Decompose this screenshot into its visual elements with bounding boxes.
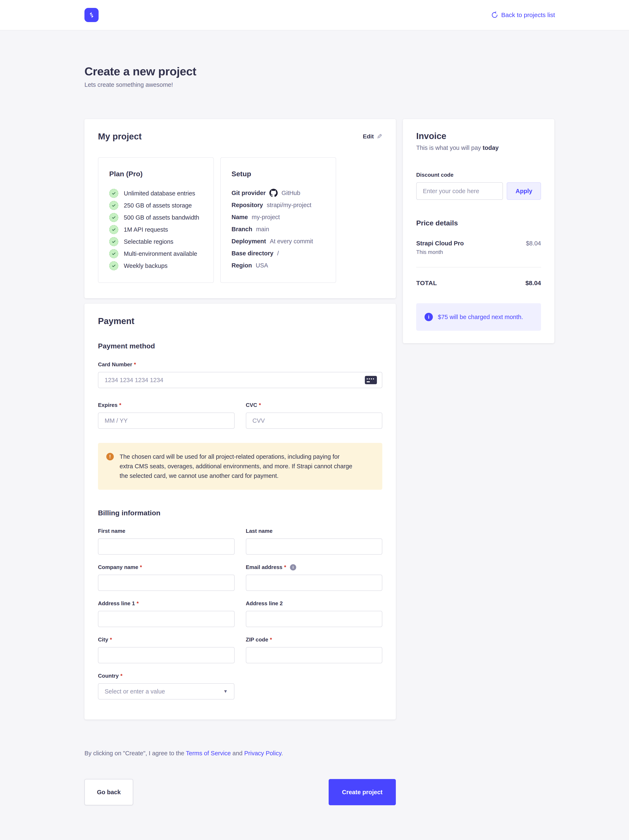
plan-feature: Weekly backups [109, 261, 203, 270]
text-input[interactable] [98, 647, 235, 663]
expires-label: Expires* [98, 402, 235, 408]
terms-text: By clicking on "Create", I agree to the … [84, 750, 396, 757]
privacy-policy-link[interactable]: Privacy Policy [244, 750, 281, 756]
strapi-logo-icon [87, 11, 96, 19]
setup-row: Base directory/ [232, 249, 325, 257]
discount-code-input[interactable] [416, 182, 503, 200]
apply-button[interactable]: Apply [507, 182, 541, 200]
strapi-logo[interactable] [84, 8, 99, 22]
page-title: Create a new project [84, 65, 629, 78]
credit-card-icon [365, 376, 377, 384]
setup-row-value: GitHub [281, 189, 300, 196]
invoice-card: Invoice This is what you will pay today … [403, 119, 554, 343]
setup-row: Namemy-project [232, 213, 325, 221]
info-icon: i [424, 313, 433, 321]
create-project-button[interactable]: Create project [329, 779, 396, 805]
expires-input[interactable] [98, 412, 235, 429]
check-icon [109, 189, 118, 198]
plan-feature-label: 1M API requests [124, 226, 168, 233]
card-usage-warning: ! The chosen card will be used for all p… [98, 443, 382, 490]
footer-buttons: Go back Create project [84, 779, 396, 805]
total-row: TOTAL $8.04 [416, 279, 541, 287]
billing-form-row: First nameLast name [98, 528, 382, 555]
invoice-divider [416, 267, 541, 267]
billing-field: Address line 1* [98, 600, 235, 627]
plan-title: Plan (Pro) [109, 170, 203, 178]
plan-feature-label: Selectable regions [124, 238, 173, 245]
cvc-input[interactable] [246, 412, 383, 429]
setup-row: Repositorystrapi/my-project [232, 201, 325, 209]
plan-feature: Selectable regions [109, 237, 203, 246]
plan-panel: Plan (Pro) Unlimited database entries250… [98, 157, 214, 283]
line-item-name: Strapi Cloud Pro [416, 240, 464, 247]
text-input[interactable] [246, 538, 383, 555]
billing-field: Last name [246, 528, 383, 555]
setup-row-value: main [256, 226, 269, 233]
required-asterisk: * [120, 673, 123, 679]
check-icon [109, 249, 118, 258]
discount-code-label: Discount code [416, 172, 541, 178]
setup-row-value: / [277, 250, 279, 257]
billing-form-row: City*ZIP code* [98, 636, 382, 663]
text-input[interactable] [98, 575, 235, 591]
billing-field: Email address*i [246, 564, 383, 591]
top-bar: Back to projects list [0, 0, 629, 30]
payment-method-title: Payment method [98, 342, 382, 350]
note-text: $75 will be charged next month. [438, 314, 523, 321]
setup-row-value: USA [255, 262, 268, 269]
text-input[interactable] [246, 611, 383, 627]
next-month-note: i $75 will be charged next month. [416, 303, 541, 331]
billing-field: City* [98, 636, 235, 663]
line-item-amount: $8.04 [526, 240, 541, 247]
card-number-label: Card Number* [98, 361, 382, 368]
billing-field: Company name* [98, 564, 235, 591]
setup-row-label: Region [232, 262, 252, 269]
setup-title: Setup [232, 170, 325, 178]
billing-field: Address line 2 [246, 600, 383, 627]
plan-feature-list: Unlimited database entries250 GB of asse… [109, 189, 203, 270]
page-head: Create a new project Lets create somethi… [84, 65, 629, 88]
chevron-down-icon: ▼ [223, 689, 228, 694]
billing-form-row: Company name*Email address*i [98, 564, 382, 591]
payment-title: Payment [98, 316, 382, 326]
check-icon [109, 201, 118, 210]
field-label: ZIP code* [246, 636, 383, 643]
text-input[interactable] [246, 647, 383, 663]
setup-row-label: Repository [232, 202, 263, 208]
back-to-projects-link[interactable]: Back to projects list [491, 11, 555, 19]
required-asterisk: * [140, 564, 142, 570]
terms-of-service-link[interactable]: Terms of Service [186, 750, 231, 756]
plan-feature-label: Unlimited database entries [124, 190, 195, 197]
billing-field: Country*Select or enter a value▼ [98, 673, 235, 699]
field-label: Country* [98, 673, 235, 679]
price-line-item: Strapi Cloud Pro $8.04 [416, 240, 541, 247]
plan-feature-label: 500 GB of assets bandwidth [124, 214, 199, 221]
check-icon [109, 261, 118, 270]
project-card-title: My project [98, 131, 142, 142]
my-project-card: My project Edit ✎ Plan (Pro) Unlimited d… [84, 119, 396, 298]
required-asterisk: * [259, 402, 261, 408]
back-link-label: Back to projects list [501, 11, 555, 19]
go-back-button[interactable]: Go back [84, 779, 133, 805]
field-label: City* [98, 636, 235, 643]
text-input[interactable] [98, 538, 235, 555]
warning-text: The chosen card will be used for all pro… [120, 452, 353, 480]
field-label: Email address*i [246, 564, 383, 570]
text-input[interactable] [98, 611, 235, 627]
billing-rows: First nameLast nameCompany name*Email ad… [98, 528, 382, 699]
setup-row-label: Git provider [232, 189, 266, 196]
country-select[interactable]: Select or enter a value▼ [98, 683, 235, 699]
pencil-icon: ✎ [377, 133, 382, 141]
field-label: Address line 1* [98, 600, 235, 607]
check-icon [109, 225, 118, 234]
line-item-period: This month [416, 249, 541, 255]
card-number-input[interactable] [98, 372, 382, 388]
edit-button[interactable]: Edit ✎ [363, 133, 382, 141]
plan-feature: 1M API requests [109, 225, 203, 234]
setup-panel: Setup Git providerGitHubRepositorystrapi… [220, 157, 336, 283]
plan-feature: 500 GB of assets bandwidth [109, 213, 203, 222]
setup-row-value: strapi/my-project [266, 202, 311, 208]
text-input[interactable] [246, 575, 383, 591]
plan-feature-label: 250 GB of assets storage [124, 202, 192, 209]
billing-title: Billing information [98, 509, 382, 517]
